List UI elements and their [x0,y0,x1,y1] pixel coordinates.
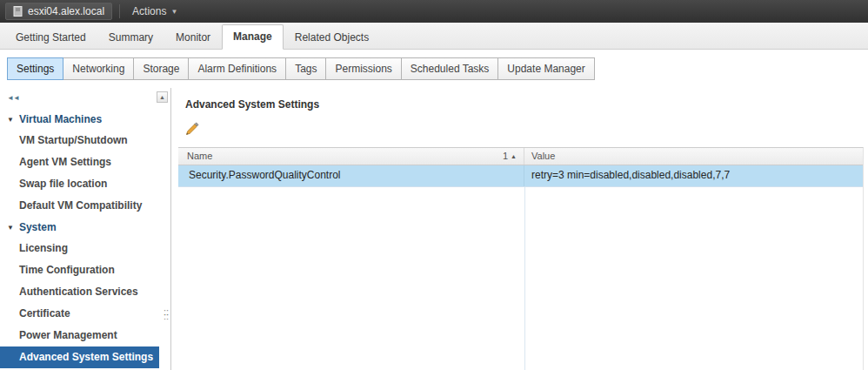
edit-icon[interactable] [185,122,199,139]
tab-monitor[interactable]: Monitor [164,25,222,50]
host-chip[interactable]: esxi04.alex.local [5,3,112,20]
sidebar-item-agent-vm-settings[interactable]: Agent VM Settings [0,151,159,173]
sort-asc-icon: ▲ [511,153,517,159]
chevron-down-icon: ▼ [7,224,14,232]
column-header-value[interactable]: Value [524,148,863,165]
sidebar-item-power-management[interactable]: Power Management [0,325,159,346]
sort-order-number: 1 [503,151,508,161]
subtab-networking[interactable]: Networking [63,57,134,80]
sidebar-item-swap-file-location[interactable]: Swap file location [0,173,159,195]
sidebar-item-advanced-system-settings[interactable]: Advanced System Settings [0,346,159,368]
topbar-separator [119,4,120,18]
subtab-alarm-definitions[interactable]: Alarm Definitions [188,57,286,80]
table-header: Name 1 ▲ Value [178,148,863,165]
column-divider [524,187,525,370]
sidebar-item-certificate[interactable]: Certificate [0,303,159,325]
sidebar-group-label: Virtual Machines [19,113,102,125]
tab-getting-started[interactable]: Getting Started [4,25,97,50]
setting-name-cell: Security.PasswordQualityControl [178,165,524,186]
column-header-name-label: Name [187,151,212,161]
table-row[interactable]: Security.PasswordQualityControl retry=3 … [178,165,863,187]
subtab-update-manager[interactable]: Update Manager [497,57,594,80]
settings-table: Name 1 ▲ Value Security.PasswordQualityC… [178,147,864,370]
settings-sidebar: ◄◄ ▲ ▼ Virtual Machines VM Startup/Shutd… [0,88,171,370]
sort-indicator: 1 ▲ [503,151,517,161]
subtab-permissions[interactable]: Permissions [325,57,401,80]
tab-manage[interactable]: Manage [222,24,284,50]
setting-value-cell: retry=3 min=disabled,disabled,disabled,7… [524,165,863,186]
table-empty-area [178,187,863,370]
sidebar-group-system[interactable]: ▼ System [0,217,170,238]
tab-related-objects[interactable]: Related Objects [284,25,380,50]
actions-label: Actions [132,5,166,17]
subtab-scheduled-tasks[interactable]: Scheduled Tasks [401,57,499,80]
subtab-storage[interactable]: Storage [133,57,189,80]
object-header-bar: esxi04.alex.local Actions ▼ [0,0,868,23]
sidebar-item-time-configuration[interactable]: Time Configuration [0,259,159,281]
settings-tree: ▼ Virtual Machines VM Startup/Shutdown A… [0,109,170,368]
page-title: Advanced System Settings [185,98,864,111]
vsphere-web-client: esxi04.alex.local Actions ▼ Getting Star… [0,0,868,370]
sidebar-item-default-vm-compatibility[interactable]: Default VM Compatibility [0,195,159,217]
host-icon [13,6,23,17]
tab-summary[interactable]: Summary [97,25,164,50]
subtab-settings[interactable]: Settings [7,57,63,80]
actions-menu-button[interactable]: Actions ▼ [127,3,183,20]
scroll-up-button[interactable]: ▲ [157,91,168,103]
sidebar-resize-grip[interactable]: :::: [164,310,169,319]
sidebar-item-authentication-services[interactable]: Authentication Services [0,281,159,303]
tab-bar: Getting Started Summary Monitor Manage R… [0,23,868,50]
sidebar-group-virtual-machines[interactable]: ▼ Virtual Machines [0,109,170,130]
sidebar-item-licensing[interactable]: Licensing [0,238,159,259]
advanced-settings-panel: Advanced System Settings Name 1 [171,88,868,370]
sidebar-group-label: System [19,221,57,233]
host-name: esxi04.alex.local [28,5,104,17]
column-header-name[interactable]: Name 1 ▲ [178,148,524,165]
sidebar-item-vm-startup-shutdown[interactable]: VM Startup/Shutdown [0,130,159,151]
chevron-down-icon: ▼ [7,116,14,124]
subtab-tags[interactable]: Tags [285,57,326,80]
content-area: ◄◄ ▲ ▼ Virtual Machines VM Startup/Shutd… [0,88,868,370]
manage-sub-toolbar: Settings Networking Storage Alarm Defini… [0,50,868,88]
collapse-sidebar-icon[interactable]: ◄◄ [7,94,19,102]
panel-toolbar [185,122,864,139]
chevron-down-icon: ▼ [170,8,177,16]
